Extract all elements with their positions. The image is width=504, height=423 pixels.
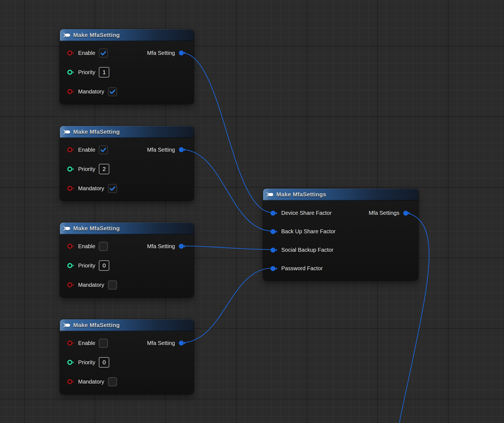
pin-capsule-icon bbox=[65, 227, 70, 230]
input-pin-label: Mandatory bbox=[78, 89, 104, 95]
output-pin-group: Mfa Settings bbox=[369, 210, 410, 216]
input-pin[interactable] bbox=[67, 50, 75, 56]
output-pin[interactable] bbox=[403, 210, 410, 216]
input-pin-label: Enable bbox=[78, 147, 95, 153]
input-pin[interactable] bbox=[270, 266, 278, 272]
input-pin[interactable] bbox=[67, 89, 75, 95]
node-body: Device Share Factor Mfa Settings Back Up… bbox=[263, 200, 418, 280]
input-pin[interactable] bbox=[67, 69, 75, 75]
input-pin-group: Password Factor bbox=[270, 265, 323, 272]
input-pin-label: Priority bbox=[78, 359, 95, 366]
checkbox-checked[interactable] bbox=[99, 145, 108, 154]
pin-row: Priority 0 bbox=[60, 256, 194, 275]
checkbox-unchecked[interactable] bbox=[99, 242, 108, 251]
pin-row: Enable Mfa Setting bbox=[60, 43, 194, 63]
pin-row: Enable Mfa Setting bbox=[60, 237, 194, 256]
node-title: Make MfaSetting bbox=[73, 32, 120, 38]
wire[interactable] bbox=[181, 53, 273, 213]
pin-row: Mandatory bbox=[60, 372, 194, 391]
pin-row: Mandatory bbox=[60, 275, 194, 295]
wire[interactable] bbox=[181, 246, 273, 250]
blueprint-node[interactable]: ↘↗ Make MfaSetting Enable Mfa Setting Pr… bbox=[60, 319, 194, 394]
input-pin[interactable] bbox=[270, 210, 278, 216]
pin-row: Mandatory bbox=[60, 82, 194, 101]
node-title: Make MfaSettings bbox=[276, 191, 326, 198]
node-header[interactable]: ↘↗ Make MfaSetting bbox=[60, 223, 194, 234]
input-pin[interactable] bbox=[67, 282, 75, 288]
input-pin-group: Mandatory bbox=[67, 184, 117, 193]
number-field[interactable]: 1 bbox=[99, 67, 109, 77]
wire[interactable] bbox=[181, 268, 273, 343]
checkbox-unchecked[interactable] bbox=[108, 377, 117, 386]
output-pin-group: Mfa Setting bbox=[147, 243, 186, 250]
input-pin-group: Device Share Factor bbox=[270, 210, 331, 216]
input-pin-label: Priority bbox=[78, 166, 95, 172]
blueprint-node[interactable]: ↘↗ Make MfaSetting Enable Mfa Setting Pr… bbox=[60, 126, 194, 201]
input-pin[interactable] bbox=[67, 166, 75, 172]
pin-capsule-icon bbox=[65, 34, 70, 37]
node-header[interactable]: ↘↗ Make MfaSettings bbox=[263, 189, 418, 200]
input-pin-label: Social Backup Factor bbox=[281, 247, 333, 253]
checkbox-unchecked[interactable] bbox=[99, 339, 108, 348]
number-field[interactable]: 2 bbox=[99, 164, 109, 174]
checkbox-checked[interactable] bbox=[99, 49, 108, 58]
node-body: Enable Mfa Setting Priority 1 Mandatory bbox=[60, 41, 194, 104]
pin-row: Social Backup Factor bbox=[263, 241, 418, 259]
input-pin-group: Priority 1 bbox=[67, 67, 109, 77]
blueprint-node[interactable]: ↘↗ Make MfaSettings Device Share Factor … bbox=[263, 189, 418, 280]
pin-row: Mandatory bbox=[60, 179, 194, 198]
output-pin[interactable] bbox=[178, 340, 186, 346]
input-pin-label: Device Share Factor bbox=[281, 210, 331, 216]
pin-row: Priority 1 bbox=[60, 63, 194, 82]
input-pin-label: Back Up Share Factor bbox=[281, 228, 336, 235]
output-pin[interactable] bbox=[178, 147, 186, 153]
input-pin-label: Mandatory bbox=[78, 185, 104, 192]
checkbox-checked[interactable] bbox=[108, 87, 117, 96]
input-pin[interactable] bbox=[67, 379, 75, 385]
node-body: Enable Mfa Setting Priority 0 Mandatory bbox=[60, 331, 194, 394]
pin-row: Priority 2 bbox=[60, 159, 194, 179]
input-pin-group: Enable bbox=[67, 49, 108, 58]
input-pin-group: Enable bbox=[67, 145, 108, 154]
output-pin[interactable] bbox=[178, 50, 186, 56]
output-pin-label: Mfa Setting bbox=[147, 147, 175, 153]
wire[interactable] bbox=[181, 149, 273, 231]
node-title: Make MfaSetting bbox=[73, 225, 120, 232]
node-header[interactable]: ↘↗ Make MfaSetting bbox=[60, 29, 194, 41]
node-title: Make MfaSetting bbox=[73, 322, 120, 328]
blueprint-canvas[interactable]: ↘↗ Make MfaSetting Enable Mfa Setting Pr… bbox=[0, 0, 504, 423]
pin-row: Device Share Factor Mfa Settings bbox=[263, 204, 418, 222]
output-pin-group: Mfa Setting bbox=[147, 50, 186, 56]
input-pin[interactable] bbox=[67, 359, 75, 365]
output-pin-group: Mfa Setting bbox=[147, 340, 186, 346]
input-pin[interactable] bbox=[67, 340, 75, 346]
number-field[interactable]: 0 bbox=[99, 357, 109, 368]
input-pin[interactable] bbox=[67, 185, 75, 191]
output-pin-label: Mfa Setting bbox=[147, 243, 175, 250]
checkbox-unchecked[interactable] bbox=[108, 280, 117, 290]
pin-row: Password Factor bbox=[263, 259, 418, 278]
input-pin[interactable] bbox=[270, 247, 278, 253]
input-pin-group: Social Backup Factor bbox=[270, 247, 333, 253]
blueprint-node[interactable]: ↘↗ Make MfaSetting Enable Mfa Setting Pr… bbox=[60, 29, 194, 104]
input-pin-group: Mandatory bbox=[67, 280, 117, 290]
pin-row: Back Up Share Factor bbox=[263, 222, 418, 241]
input-pin-group: Back Up Share Factor bbox=[270, 228, 336, 235]
input-pin-group: Enable bbox=[67, 242, 108, 251]
input-pin[interactable] bbox=[67, 243, 75, 249]
input-pin[interactable] bbox=[67, 147, 75, 153]
output-pin[interactable] bbox=[178, 243, 186, 249]
input-pin-label: Priority bbox=[78, 69, 95, 76]
input-pin[interactable] bbox=[67, 263, 75, 269]
number-field[interactable]: 0 bbox=[99, 260, 109, 271]
input-pin-group: Mandatory bbox=[67, 377, 117, 386]
blueprint-node[interactable]: ↘↗ Make MfaSetting Enable Mfa Setting Pr… bbox=[60, 223, 194, 297]
make-struct-icon: ↘↗ bbox=[63, 129, 70, 135]
pin-capsule-icon bbox=[268, 193, 273, 196]
node-header[interactable]: ↘↗ Make MfaSetting bbox=[60, 126, 194, 138]
input-pin-group: Enable bbox=[67, 339, 108, 348]
checkbox-checked[interactable] bbox=[108, 184, 117, 193]
pin-row: Priority 0 bbox=[60, 353, 194, 372]
input-pin[interactable] bbox=[270, 229, 278, 235]
node-header[interactable]: ↘↗ Make MfaSetting bbox=[60, 319, 194, 331]
